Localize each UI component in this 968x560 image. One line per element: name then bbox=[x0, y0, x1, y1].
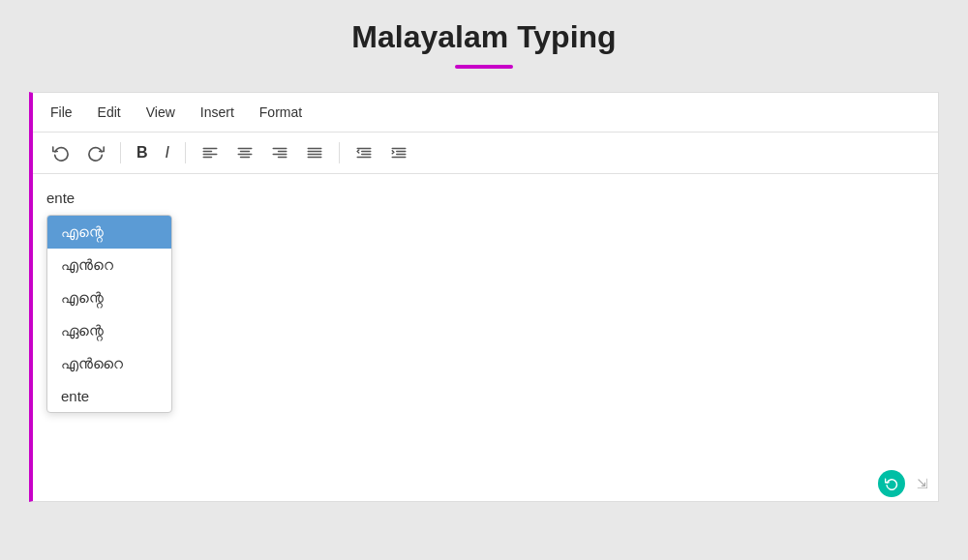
undo-button[interactable] bbox=[46, 140, 76, 165]
indent-button[interactable] bbox=[384, 140, 413, 165]
autocomplete-item-2[interactable]: എന്റെ bbox=[47, 281, 171, 314]
autocomplete-item-4[interactable]: എന്‍റൈ bbox=[47, 347, 171, 380]
editor-container: File Edit View Insert Format B I bbox=[29, 92, 939, 502]
align-left-button[interactable] bbox=[196, 140, 225, 165]
typed-text: ente bbox=[46, 190, 924, 206]
autocomplete-item-3[interactable]: ഏന്റെ bbox=[47, 314, 171, 347]
autocomplete-dropdown: എന്റെ എൻറെ എന്റെ ഏന്റെ എന്‍റൈ ente bbox=[46, 215, 172, 413]
toolbar: B I bbox=[33, 133, 938, 174]
justify-button[interactable] bbox=[300, 140, 329, 165]
separator-1 bbox=[120, 142, 121, 163]
align-center-button[interactable] bbox=[230, 140, 259, 165]
autocomplete-item-5[interactable]: ente bbox=[47, 380, 171, 412]
resize-handle[interactable]: ⇲ bbox=[917, 476, 928, 491]
align-right-button[interactable] bbox=[265, 140, 294, 165]
autocomplete-item-0[interactable]: എന്റെ bbox=[47, 216, 171, 249]
italic-button[interactable]: I bbox=[160, 140, 175, 165]
autocomplete-item-1[interactable]: എൻറെ bbox=[47, 249, 171, 281]
bold-icon: B bbox=[136, 144, 148, 162]
teal-action-button[interactable] bbox=[878, 470, 905, 497]
page-title: Malayalam Typing bbox=[351, 19, 616, 55]
redo-button[interactable] bbox=[81, 140, 110, 165]
separator-3 bbox=[339, 142, 340, 163]
italic-icon: I bbox=[166, 144, 169, 162]
menu-insert[interactable]: Insert bbox=[197, 103, 238, 122]
menu-edit[interactable]: Edit bbox=[94, 103, 125, 122]
menu-format[interactable]: Format bbox=[256, 103, 306, 122]
bold-button[interactable]: B bbox=[131, 140, 154, 165]
outdent-button[interactable] bbox=[349, 140, 378, 165]
title-underline bbox=[455, 65, 513, 69]
menu-file[interactable]: File bbox=[46, 103, 76, 122]
separator-2 bbox=[185, 142, 186, 163]
editor-bottom-row: ⇲ bbox=[33, 464, 938, 501]
editor-body[interactable]: ente എന്റെ എൻറെ എന്റെ ഏന്റെ എന്‍റൈ ente bbox=[33, 174, 938, 464]
menu-bar: File Edit View Insert Format bbox=[33, 93, 938, 133]
menu-view[interactable]: View bbox=[142, 103, 179, 122]
